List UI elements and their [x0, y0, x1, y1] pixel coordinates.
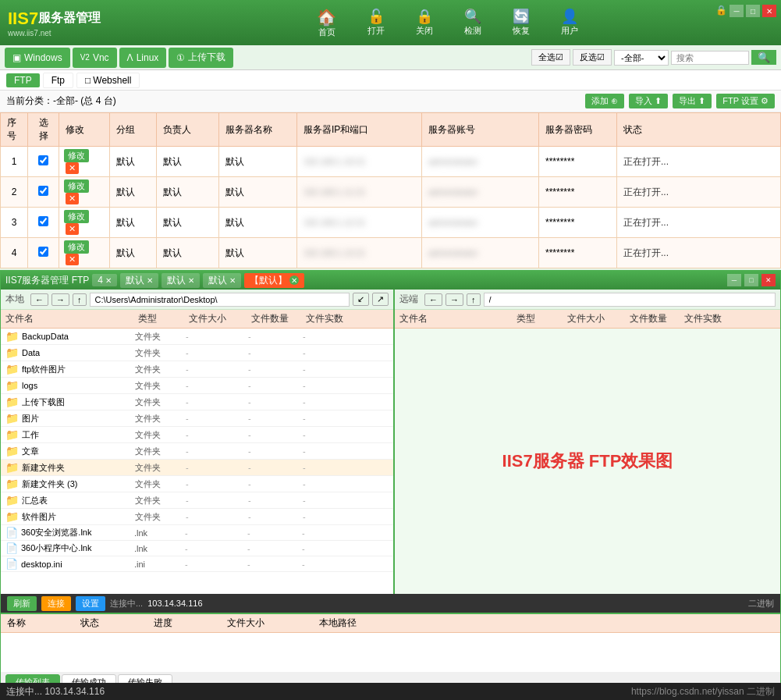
- remote-up-button[interactable]: ↑: [467, 293, 481, 306]
- nav-restore[interactable]: 🔄 恢复: [499, 5, 544, 41]
- nav-detect[interactable]: 🔍 检测: [450, 5, 495, 41]
- add-button[interactable]: 添加 ⊕: [585, 94, 624, 108]
- ftp-file-row[interactable]: 📄 desktop.ini .ini - - -: [1, 556, 393, 572]
- ftp-status-bar: 刷新 连接 设置 连接中... 103.14.34.116 二进制: [1, 594, 780, 613]
- bottom-status-left: 连接中... 103.14.34.116: [6, 685, 105, 698]
- tab-windows[interactable]: ▣ Windows: [5, 48, 70, 68]
- nav-open[interactable]: 🔓 打开: [353, 5, 399, 41]
- import-button[interactable]: 导入 ⬆: [629, 94, 668, 108]
- connect-button[interactable]: 连接: [41, 596, 71, 611]
- nav-close[interactable]: 🔒 关闭: [402, 5, 447, 41]
- refresh-button[interactable]: 刷新: [7, 596, 37, 611]
- tab-linux[interactable]: Λ Linux: [119, 48, 167, 68]
- table-row: 2 修改 ✕ 默认 默认 默认 192.168.1.11:21 administ…: [1, 177, 781, 208]
- row-checkbox[interactable]: [38, 247, 48, 257]
- local-forward-button[interactable]: →: [51, 293, 69, 306]
- delete-button[interactable]: ✕: [66, 162, 79, 174]
- invert-select-button[interactable]: 反选☑: [573, 49, 612, 66]
- ftp-window: IIS7服务器管理 FTP 4 ✕ 默认 ✕ 默认 ✕ 默认 ✕ 【默认】 ✕ …: [0, 270, 781, 691]
- remote-back-button[interactable]: ←: [424, 293, 442, 306]
- close-tab-4-icon[interactable]: ✕: [105, 276, 112, 285]
- sub-tab-webshell[interactable]: □ Webshell: [76, 73, 140, 88]
- row-checkbox[interactable]: [38, 155, 48, 165]
- ftp-file-row[interactable]: 📄 360安全浏览器.lnk .lnk - - -: [1, 525, 393, 541]
- local-expand-button[interactable]: ↙: [353, 293, 369, 306]
- local-path-input[interactable]: [90, 293, 350, 307]
- tab-vnc[interactable]: V2 Vnc: [73, 48, 117, 68]
- nav-home[interactable]: 🏠 首页: [303, 5, 350, 41]
- edit-button[interactable]: 修改: [64, 149, 89, 162]
- remote-forward-button[interactable]: →: [446, 293, 463, 306]
- search-input[interactable]: [671, 51, 749, 65]
- sub-tab-ftp[interactable]: FTP: [6, 73, 40, 87]
- col-owner: 负责人: [157, 113, 219, 147]
- col-edit: 修改: [59, 113, 110, 147]
- delete-button[interactable]: ✕: [66, 223, 79, 235]
- delete-button[interactable]: ✕: [66, 193, 79, 204]
- ftp-file-row[interactable]: 📁 logs 文件夹 - - -: [1, 378, 393, 394]
- ftp-tab-default2[interactable]: 默认 ✕: [162, 273, 200, 288]
- local-collapse-button[interactable]: ↗: [372, 293, 389, 306]
- minimize-button[interactable]: ─: [730, 5, 744, 17]
- ftp-settings-button[interactable]: FTP 设置 ⚙: [716, 94, 775, 108]
- ftp-status-ip: 103.14.34.116: [147, 599, 202, 608]
- maximize-button[interactable]: □: [746, 5, 760, 17]
- main-tab-bar: ▣ Windows V2 Vnc Λ Linux ① 上传下载 全选☑ 反选☑ …: [0, 45, 781, 70]
- select-all-button[interactable]: 全选☑: [531, 49, 570, 66]
- ftp-file-row[interactable]: 📁 文章 文件夹 - - -: [1, 443, 393, 460]
- close-tab-def2-icon[interactable]: ✕: [188, 276, 194, 285]
- table-row: 1 修改 ✕ 默认 默认 默认 192.168.1.10:21 administ…: [1, 147, 781, 177]
- transfer-header: 各称 状态 进度 文件大小 本地路径: [1, 614, 780, 633]
- search-button[interactable]: 🔍: [751, 50, 776, 65]
- close-button[interactable]: ✕: [762, 5, 776, 17]
- edit-button[interactable]: 修改: [64, 210, 89, 223]
- close-tab-def1-icon[interactable]: ✕: [147, 276, 153, 285]
- ftp-file-row[interactable]: 📁 ftp软件图片 文件夹 - - -: [1, 361, 393, 378]
- ftp-tab-active[interactable]: 【默认】 ✕: [244, 273, 304, 288]
- export-button[interactable]: 导出 ⬆: [673, 94, 712, 108]
- category-text: 当前分类：-全部- (总 4 台): [6, 94, 116, 108]
- ftp-tab-default3[interactable]: 默认 ✕: [203, 273, 241, 288]
- row-checkbox[interactable]: [38, 216, 48, 226]
- ftp-file-row[interactable]: 📁 新建文件夹 文件夹 - - -: [1, 460, 393, 476]
- close-tab-active-icon[interactable]: ✕: [289, 275, 299, 285]
- transfer-list-area: [1, 633, 780, 672]
- close-tab-def3-icon[interactable]: ✕: [229, 276, 236, 285]
- bottom-status-right: https://blog.csdn.net/yissan 二进制: [631, 685, 775, 698]
- ftp-maximize-button[interactable]: □: [744, 274, 758, 286]
- ftp-file-row[interactable]: 📁 Data 文件夹 - - -: [1, 345, 393, 361]
- col-name: 服务器名称: [219, 113, 297, 147]
- edit-button[interactable]: 修改: [64, 240, 89, 254]
- remote-path-input[interactable]: [484, 293, 776, 307]
- ftp-file-row[interactable]: 📁 上传下载图 文件夹 - - -: [1, 394, 393, 410]
- ftp-local-file-list[interactable]: 📁 BackupData 文件夹 - - - 📁 Data 文件夹 - - - …: [1, 329, 393, 594]
- ftp-file-row[interactable]: 📁 BackupData 文件夹 - - -: [1, 329, 393, 345]
- ftp-minimize-button[interactable]: ─: [727, 274, 741, 286]
- edit-button[interactable]: 修改: [64, 179, 89, 193]
- ftp-close-button[interactable]: ✕: [761, 274, 776, 286]
- ftp-title-text: IIS7服务器管理 FTP: [5, 274, 89, 287]
- ftp-file-row[interactable]: 📁 图片 文件夹 - - -: [1, 410, 393, 427]
- sub-tab-ftp2[interactable]: Ftp: [43, 73, 73, 88]
- delete-button[interactable]: ✕: [66, 254, 79, 265]
- row-checkbox[interactable]: [38, 186, 48, 196]
- ftp-file-row[interactable]: 📁 软件图片 文件夹 - - -: [1, 509, 393, 525]
- ftp-file-row[interactable]: 📄 360小程序中心.lnk .lnk - - -: [1, 541, 393, 556]
- category-bar: 当前分类：-全部- (总 4 台) 添加 ⊕ 导入 ⬆ 导出 ⬆ FTP 设置 …: [0, 91, 781, 112]
- local-up-button[interactable]: ↑: [73, 293, 87, 306]
- ftp-file-row[interactable]: 📁 新建文件夹 (3) 文件夹 - - -: [1, 476, 393, 492]
- server-table-container: 序号 选择 修改 分组 负责人 服务器名称 服务器IP和端口 服务器账号 服务器…: [0, 112, 781, 268]
- ftp-tab-4[interactable]: 4 ✕: [92, 274, 117, 286]
- ftp-file-row[interactable]: 📁 工作 文件夹 - - -: [1, 427, 393, 443]
- ftp-remote-panel: 远端 ← → ↑ 文件名 类型 文件大小 文件数量 文件实数 IIS7服务器 F…: [395, 290, 780, 594]
- ftp-status-connecting: 连接中...: [110, 598, 143, 609]
- tab-upload[interactable]: ① 上传下载: [169, 48, 233, 68]
- ftp-file-row[interactable]: 📁 汇总表 文件夹 - - -: [1, 492, 393, 509]
- settings-button[interactable]: 设置: [76, 596, 105, 611]
- group-filter-select[interactable]: -全部-: [614, 50, 669, 66]
- col-password: 服务器密码: [539, 113, 617, 147]
- local-back-button[interactable]: ←: [30, 293, 48, 306]
- ftp-tab-default1[interactable]: 默认 ✕: [120, 273, 158, 288]
- nav-user[interactable]: 👤 用户: [547, 5, 592, 41]
- table-row: 4 修改 ✕ 默认 默认 默认 192.168.1.13:21 administ…: [1, 238, 781, 268]
